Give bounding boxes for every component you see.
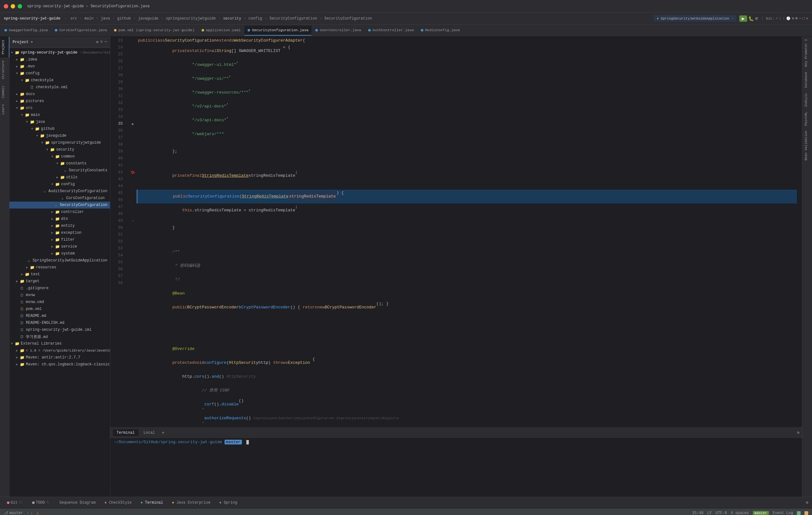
tree-security-config[interactable]: ☕ SecurityConfiguration	[9, 202, 110, 208]
tree-external-libraries[interactable]: ▼ 📁 External Libraries	[9, 340, 110, 347]
sidebar-expand-icon[interactable]: ≡	[100, 40, 103, 45]
status-sync[interactable]: ↑ ↓	[27, 511, 32, 515]
tree-github[interactable]: ▼ 📁 github	[9, 125, 110, 132]
sidebar-close-icon[interactable]: −	[105, 40, 107, 45]
bottom-tab-todo[interactable]: TODO 8:	[29, 499, 54, 506]
right-tab-key-promoter[interactable]: Key Promoter X	[802, 36, 812, 69]
tree-src[interactable]: ▼ 📁 src	[9, 105, 110, 112]
tree-readme[interactable]: 🗋 README.md	[9, 312, 110, 319]
tab-cors[interactable]: CorsConfiguration.java	[52, 26, 110, 36]
close-button[interactable]	[4, 4, 8, 8]
right-tab-bean-validation[interactable]: Bean Validation	[802, 128, 812, 163]
status-branch-badge[interactable]: master	[753, 511, 769, 515]
bottom-settings-icon[interactable]: ⚙	[806, 500, 808, 505]
status-encoding[interactable]: UTF-8	[716, 511, 727, 515]
toolbar-minimize2[interactable]: □	[803, 17, 805, 21]
tree-controller[interactable]: ▶ 📁 controller	[9, 208, 110, 216]
tree-pomxml[interactable]: 🗋 pom.xml	[9, 306, 110, 312]
coverage-button[interactable]: ⛨	[755, 17, 759, 21]
terminal-add-button[interactable]: +	[160, 430, 166, 436]
debug-button[interactable]: 🐛	[748, 16, 754, 21]
code-content[interactable]: public class SecurityConfiguration exten…	[137, 36, 802, 427]
status-event-log[interactable]: Event Log	[773, 511, 793, 515]
tree-config-folder[interactable]: ▼ 📁 config	[9, 181, 110, 188]
tree-config[interactable]: ▼ 📁 config	[9, 70, 110, 77]
tree-exception[interactable]: ▶ 📁 exception	[9, 229, 110, 236]
terminal-tab-local[interactable]: Local	[140, 429, 159, 436]
tree-readme-en[interactable]: 🗋 README-ENGLISH.md	[9, 319, 110, 326]
bottom-tab-java-enterprise[interactable]: ● Java Enterprise	[169, 499, 213, 506]
status-position[interactable]: 35:49	[692, 511, 704, 515]
gutter-override[interactable]: ↑	[129, 217, 137, 224]
tree-service[interactable]: ▶ 📁 service	[9, 243, 110, 250]
gutter-run[interactable]: ▶	[129, 120, 137, 127]
tree-pictures[interactable]: ▶ 📁 pictures	[9, 98, 110, 105]
maximize-button[interactable]	[18, 4, 22, 8]
toolbar-close[interactable]: ✕	[806, 16, 808, 21]
run-config[interactable]: ● SpringSecurityJwtGuideApplication ▾	[654, 15, 737, 22]
status-warnings[interactable]: ⚠	[36, 511, 39, 515]
tree-springsecurity[interactable]: ▼ 📁 springsecurityjwtguide	[9, 139, 110, 146]
bottom-tab-git[interactable]: Git 6:	[4, 499, 26, 506]
tree-common[interactable]: ▼ 📁 common	[9, 153, 110, 160]
bottom-tab-spring[interactable]: ● Spring	[216, 499, 240, 506]
tab-pom[interactable]: pom.xml (spring-security-jwt-guide)	[111, 26, 198, 36]
tree-mvnwcmd[interactable]: 🗋 mvnw.cmd	[9, 298, 110, 306]
tree-resources[interactable]: ▶ 📁 resources	[9, 264, 110, 271]
terminal-settings-icon[interactable]: ⚙	[797, 430, 800, 435]
terminal-tab-terminal[interactable]: Terminal	[113, 429, 139, 436]
status-lf[interactable]: LF	[707, 511, 712, 515]
tree-security[interactable]: ▼ 📁 security	[9, 146, 110, 153]
tree-gitignore[interactable]: 🗋 .gitignore	[9, 285, 110, 292]
tree-security-constants[interactable]: ☕ SecurityConstants	[9, 167, 110, 174]
tree-jdk[interactable]: ▶ 📁 < 1.8 > /Users/guide/Library/Java/Ja…	[9, 347, 110, 354]
sidebar-settings-icon[interactable]: ⚙	[96, 40, 98, 45]
right-tab-database[interactable]: Database	[802, 69, 812, 90]
tree-notes[interactable]: 🗋 学习资源.md	[9, 333, 110, 340]
tab-redisconfig[interactable]: RedisConfig.java	[418, 26, 463, 36]
tree-system[interactable]: ▶ 📁 system	[9, 250, 110, 257]
tree-dto[interactable]: ▶ 📁 dto	[9, 216, 110, 222]
right-tab-zodiylc[interactable]: Zodiylc	[802, 90, 812, 109]
tree-antlr[interactable]: ▶ 📁 Maven: antlr:antlr:2.7.7	[9, 354, 110, 361]
status-git[interactable]: ⎇ master	[4, 511, 23, 515]
tree-root[interactable]: ▼ 📁 spring-security-jwt-guide ~/Document…	[9, 49, 110, 56]
bottom-tab-terminal[interactable]: ● Terminal	[137, 499, 166, 506]
bottom-tab-checkstyle[interactable]: ● CheckStyle	[102, 499, 135, 506]
tree-javaguide[interactable]: ▼ 📁 javaguide	[9, 132, 110, 139]
tree-cors-file[interactable]: ☕ CorsConfiguration	[9, 195, 110, 202]
tree-logback[interactable]: ▶ 📁 Maven: ch.qos.logback:logback-classi…	[9, 361, 110, 368]
toolbar-more[interactable]: −	[799, 17, 801, 21]
tree-main[interactable]: ▼ 📁 main	[9, 112, 110, 118]
toolbar-settings[interactable]: ⚙	[792, 16, 794, 21]
tree-target[interactable]: ▶ 📁 target	[9, 278, 110, 285]
left-tab-structure[interactable]: Structure	[0, 57, 9, 82]
tree-mvnw[interactable]: 🗋 mvnw	[9, 292, 110, 298]
tab-security[interactable]: SecurityConfiguration.java	[244, 26, 312, 36]
tree-constants[interactable]: ▼ 📁 constants	[9, 160, 110, 167]
left-tab-learn[interactable]: Learn	[0, 101, 9, 118]
tab-application[interactable]: application.yaml	[198, 26, 244, 36]
left-tab-project[interactable]: Project	[0, 36, 9, 57]
tree-test[interactable]: ▶ 📁 test	[9, 271, 110, 278]
tree-checkstyle[interactable]: ▼ 📁 checkstyle	[9, 77, 110, 84]
minimize-button[interactable]	[11, 4, 15, 8]
tab-swagger[interactable]: SwaggerConfig.java	[1, 26, 51, 36]
toolbar-layout[interactable]: ⊞	[795, 16, 798, 21]
tree-app[interactable]: ☕ SpringSecurityJwtGuideApplication	[9, 257, 110, 264]
tree-java[interactable]: ▼ 📁 java	[9, 118, 110, 125]
tree-filter[interactable]: ▶ 📁 filter	[9, 236, 110, 243]
tree-entity[interactable]: ▶ 📁 entity	[9, 222, 110, 229]
left-tab-commit[interactable]: Commit	[0, 83, 9, 102]
tree-utils[interactable]: ▶ 📁 utils	[9, 174, 110, 181]
tree-idea[interactable]: ▶ 📁 .idea	[9, 56, 110, 63]
right-tab-paintml[interactable]: PaintML	[802, 109, 812, 128]
tree-docs[interactable]: ▶ 📁 docs	[9, 91, 110, 98]
tree-mvn[interactable]: ▶ 📁 .mvn	[9, 63, 110, 70]
tree-iml[interactable]: 🗋 spring-security-jwt-guide.iml	[9, 326, 110, 333]
run-button[interactable]: ▶	[739, 16, 747, 22]
gutter-bean[interactable]: 🫘	[129, 169, 137, 176]
tree-checkstyle-xml[interactable]: 🗋 checkstyle.xml	[9, 84, 110, 91]
tab-usercontroller[interactable]: UserController.java	[312, 26, 364, 36]
bottom-tab-sequence[interactable]: Sequence Diagram	[56, 499, 98, 506]
